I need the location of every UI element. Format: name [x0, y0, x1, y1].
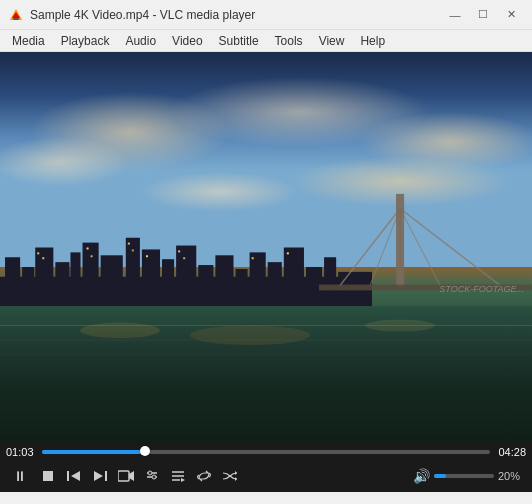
svg-point-54 — [365, 319, 435, 331]
video-toggle-button[interactable] — [114, 464, 138, 488]
prev-button[interactable] — [62, 464, 86, 488]
progress-fill — [42, 450, 145, 454]
svg-rect-55 — [43, 471, 53, 481]
stop-icon — [42, 470, 54, 482]
playlist-button[interactable] — [166, 464, 190, 488]
svg-rect-40 — [287, 252, 289, 254]
video-area[interactable]: STOCK-FOOTAGE... — [0, 52, 532, 442]
svg-line-45 — [370, 208, 400, 286]
svg-rect-58 — [105, 471, 107, 481]
window-title: Sample 4K Video.mp4 - VLC media player — [30, 8, 255, 22]
extended-settings-button[interactable] — [140, 464, 164, 488]
svg-line-41 — [400, 208, 501, 286]
stop-button[interactable] — [36, 464, 60, 488]
svg-rect-2 — [13, 18, 19, 20]
svg-marker-57 — [71, 471, 80, 481]
playlist-icon — [171, 470, 185, 482]
svg-rect-31 — [42, 257, 44, 259]
title-bar-left: Sample 4K Video.mp4 - VLC media player — [8, 7, 255, 23]
svg-point-8 — [140, 172, 300, 212]
volume-track[interactable] — [434, 474, 494, 478]
menu-item-playback[interactable]: Playback — [53, 30, 118, 51]
video-icon — [118, 470, 134, 482]
svg-rect-60 — [118, 471, 129, 481]
repeat-button[interactable] — [192, 464, 216, 488]
volume-fill — [434, 474, 446, 478]
repeat-icon — [197, 470, 211, 482]
svg-rect-46 — [396, 193, 404, 286]
svg-point-65 — [152, 475, 156, 479]
svg-line-42 — [339, 208, 400, 286]
svg-rect-36 — [146, 255, 148, 257]
svg-rect-35 — [132, 249, 134, 251]
maximize-button[interactable]: ☐ — [470, 4, 496, 26]
time-current: 01:03 — [6, 446, 36, 458]
volume-area: 🔊 20% — [413, 468, 526, 484]
play-pause-icon: ⏸ — [13, 468, 27, 484]
progress-row: 01:03 04:28 — [6, 446, 526, 458]
menu-item-video[interactable]: Video — [164, 30, 210, 51]
next-icon — [93, 470, 107, 482]
svg-rect-39 — [252, 257, 254, 259]
title-controls: — ☐ ✕ — [442, 4, 524, 26]
minimize-button[interactable]: — — [442, 4, 468, 26]
menu-item-subtitle[interactable]: Subtitle — [211, 30, 267, 51]
prev-icon — [67, 470, 81, 482]
video-frame: STOCK-FOOTAGE... — [0, 52, 532, 442]
svg-rect-32 — [87, 247, 89, 249]
progress-handle[interactable] — [140, 446, 150, 456]
progress-track[interactable] — [42, 450, 490, 454]
shuffle-button[interactable] — [218, 464, 242, 488]
svg-marker-71 — [235, 477, 237, 481]
svg-line-44 — [400, 208, 441, 286]
controls-area: 01:03 04:28 ⏸ — [0, 442, 532, 492]
watermark-text: STOCK-FOOTAGE... — [439, 284, 524, 294]
menu-item-media[interactable]: Media — [4, 30, 53, 51]
svg-rect-56 — [67, 471, 69, 481]
svg-rect-30 — [37, 252, 39, 254]
svg-marker-59 — [94, 471, 103, 481]
menu-item-tools[interactable]: Tools — [267, 30, 311, 51]
svg-point-52 — [80, 322, 160, 338]
svg-rect-37 — [178, 250, 180, 252]
menu-item-audio[interactable]: Audio — [117, 30, 164, 51]
volume-icon: 🔊 — [413, 468, 430, 484]
shuffle-icon — [223, 470, 237, 482]
volume-percentage: 20% — [498, 470, 526, 482]
svg-rect-38 — [183, 257, 185, 259]
menu-item-view[interactable]: View — [311, 30, 353, 51]
water-reflection — [0, 306, 532, 443]
svg-rect-34 — [128, 242, 130, 244]
svg-marker-69 — [181, 478, 185, 482]
title-bar: Sample 4K Video.mp4 - VLC media player —… — [0, 0, 532, 30]
svg-point-53 — [190, 325, 310, 345]
menu-item-help[interactable]: Help — [352, 30, 393, 51]
vlc-logo-icon — [8, 7, 24, 23]
sliders-icon — [145, 470, 159, 482]
play-pause-button[interactable]: ⏸ — [6, 462, 34, 490]
close-button[interactable]: ✕ — [498, 4, 524, 26]
svg-rect-33 — [91, 255, 93, 257]
menu-bar: MediaPlaybackAudioVideoSubtitleToolsView… — [0, 30, 532, 52]
svg-marker-70 — [235, 471, 237, 475]
next-button[interactable] — [88, 464, 112, 488]
buttons-row: ⏸ — [6, 462, 526, 490]
svg-point-64 — [148, 471, 152, 475]
time-total: 04:28 — [496, 446, 526, 458]
